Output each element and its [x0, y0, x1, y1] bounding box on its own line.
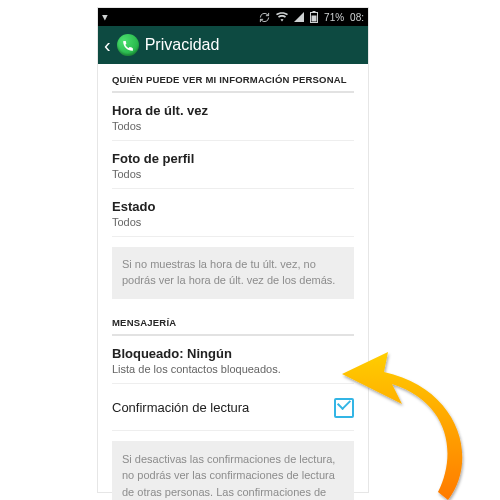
- signal-icon: [294, 12, 304, 22]
- row-profile-photo[interactable]: Foto de perfil Todos: [112, 141, 354, 189]
- info-note-messaging: Si desactivas las confirmaciones de lect…: [112, 441, 354, 500]
- phone-frame: ▸ 71% 08: ‹ Privacidad QUIÉN PUEDE VER M…: [98, 8, 368, 492]
- row-blocked[interactable]: Bloqueado: Ningún Lista de los contactos…: [112, 336, 354, 384]
- row-last-seen[interactable]: Hora de últ. vez Todos: [112, 93, 354, 141]
- row-title: Estado: [112, 199, 354, 214]
- whatsapp-logo-icon[interactable]: [117, 34, 139, 56]
- checkbox-read-receipts[interactable]: [334, 398, 354, 418]
- clock: 08:: [350, 12, 364, 23]
- svg-rect-3: [312, 16, 317, 22]
- settings-content: QUIÉN PUEDE VER MI INFORMACIÓN PERSONAL …: [98, 64, 368, 500]
- section-header-messaging: MENSAJERÍA: [112, 307, 354, 336]
- row-title: Confirmación de lectura: [112, 400, 249, 415]
- row-status[interactable]: Estado Todos: [112, 189, 354, 237]
- row-value: Todos: [112, 120, 354, 132]
- row-value: Todos: [112, 216, 354, 228]
- page-title: Privacidad: [145, 36, 220, 54]
- row-read-receipts[interactable]: Confirmación de lectura: [112, 384, 354, 431]
- back-icon[interactable]: ‹: [104, 35, 111, 55]
- row-value: Todos: [112, 168, 354, 180]
- svg-marker-0: [294, 12, 304, 22]
- battery-icon: [310, 11, 318, 23]
- row-title: Foto de perfil: [112, 151, 354, 166]
- sync-icon: [259, 12, 270, 23]
- row-title: Bloqueado: Ningún: [112, 346, 354, 361]
- battery-percent: 71%: [324, 12, 344, 23]
- row-title: Hora de últ. vez: [112, 103, 354, 118]
- info-note-personal: Si no muestras la hora de tu últ. vez, n…: [112, 247, 354, 299]
- wifi-icon: [276, 12, 288, 22]
- section-header-personal: QUIÉN PUEDE VER MI INFORMACIÓN PERSONAL: [112, 64, 354, 93]
- row-sub: Lista de los contactos bloqueados.: [112, 363, 354, 375]
- app-header: ‹ Privacidad: [98, 26, 368, 64]
- status-bar: ▸ 71% 08:: [98, 8, 368, 26]
- notification-dropdown-icon: ▸: [99, 15, 112, 21]
